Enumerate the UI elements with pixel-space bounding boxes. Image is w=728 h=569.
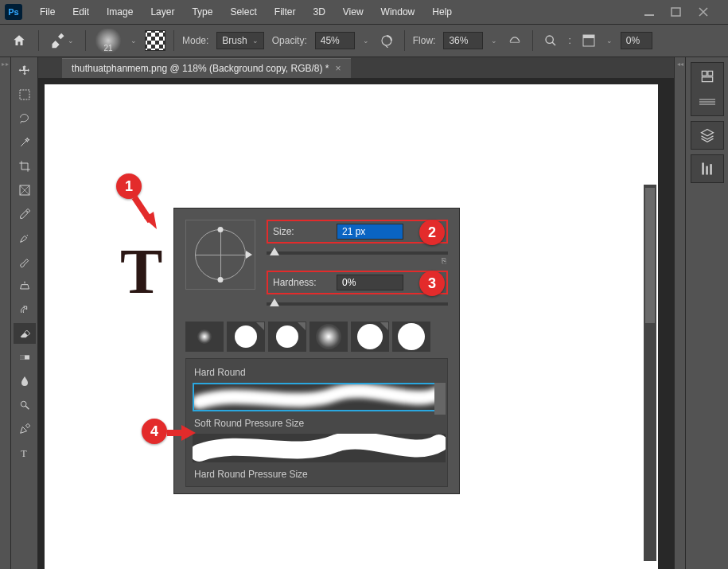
brush-list-item-label: Soft Round Pressure Size (193, 415, 446, 434)
panel-group-3 (691, 154, 724, 183)
marquee-tool[interactable] (14, 84, 36, 105)
menu-3d[interactable]: 3D (305, 2, 333, 21)
brush-list: Hard Round Soft Round Pressure Size Hard (185, 358, 448, 487)
mode-select[interactable]: Brush ⌄ (216, 32, 263, 49)
preset-soft-small[interactable] (185, 322, 224, 352)
chevron-down-icon[interactable]: ⌄ (130, 37, 137, 45)
svg-text:T: T (21, 448, 27, 459)
pen-tool[interactable] (14, 419, 36, 439)
move-tool[interactable] (14, 60, 36, 81)
lasso-tool[interactable] (14, 108, 36, 129)
svg-rect-19 (706, 166, 708, 175)
frame-tool[interactable] (14, 180, 36, 201)
window-controls (644, 6, 723, 18)
divider (532, 30, 533, 51)
crop-tool[interactable] (14, 156, 36, 177)
brush-angle-control[interactable] (185, 220, 255, 290)
hardness-label: Hardness: (273, 277, 329, 288)
gradient-tool[interactable] (14, 347, 36, 368)
preset-hard-pressure[interactable] (268, 322, 306, 352)
chevron-down-icon[interactable]: ⌄ (606, 37, 613, 45)
brush-preset-picker[interactable]: 21 (94, 29, 123, 53)
brush-list-item-label: Hard Round (193, 364, 446, 383)
divider (404, 30, 405, 51)
svg-point-4 (546, 36, 553, 43)
brush-size-input[interactable] (337, 224, 403, 240)
search-zoom-icon[interactable] (541, 31, 560, 50)
menu-image[interactable]: Image (99, 2, 141, 21)
preset-soft-large[interactable] (309, 322, 348, 352)
minimize-button[interactable] (644, 6, 655, 18)
brush-list-item-soft-round[interactable] (193, 383, 446, 411)
healing-brush-tool[interactable] (14, 228, 36, 248)
right-collapse-strip[interactable]: ◂◂ (674, 57, 685, 569)
mode-value: Brush (222, 35, 247, 46)
document-tab[interactable]: thuthuatphanmem.png @ 118% (Background c… (62, 58, 351, 78)
svg-line-5 (552, 42, 555, 45)
size-slider[interactable]: ⎘ (267, 251, 448, 255)
menu-window[interactable]: Window (373, 2, 423, 21)
app-logo: Ps (5, 4, 22, 20)
view-thumb-icon[interactable] (579, 31, 598, 50)
preset-hard-large[interactable] (392, 322, 430, 352)
options-bar: ⌄ 21 ⌄ Mode: Brush ⌄ Opacity: 45% ⌄ Flow… (0, 24, 728, 57)
left-collapse-strip[interactable]: ▸▸ (0, 57, 11, 569)
airbrush-toggle[interactable] (505, 31, 524, 50)
clone-stamp-tool[interactable] (14, 275, 36, 296)
adjustments-icon[interactable] (699, 160, 716, 177)
brush-settings-toggle[interactable] (145, 30, 165, 51)
menu-select[interactable]: Select (222, 2, 264, 21)
menu-view[interactable]: View (335, 2, 372, 21)
blur-tool[interactable] (14, 371, 36, 392)
tab-bar: thuthuatphanmem.png @ 118% (Background c… (38, 57, 674, 78)
brush-list-item-label: Hard Round Pressure Size (193, 466, 446, 485)
divider (85, 30, 86, 51)
grid-lines-icon[interactable] (699, 93, 716, 111)
menu-filter[interactable]: Filter (267, 2, 304, 21)
magic-wand-tool[interactable] (14, 132, 36, 153)
brush-size-number: 21 (103, 44, 112, 53)
annotation-arrow-1 (130, 194, 162, 234)
svg-rect-7 (583, 35, 594, 38)
brush-list-scrollbar[interactable] (434, 383, 446, 415)
tool-preset-picker[interactable]: ⌄ (47, 31, 77, 50)
type-tool[interactable]: T (14, 442, 36, 463)
hardness-slider[interactable] (267, 302, 448, 306)
svg-rect-8 (20, 90, 29, 99)
flip-icon[interactable]: ⎘ (442, 256, 446, 265)
close-button[interactable] (698, 6, 709, 18)
preset-hard-pressure-2[interactable] (351, 322, 389, 352)
layers-icon[interactable] (699, 127, 716, 144)
menu-help[interactable]: Help (424, 2, 460, 21)
history-brush-tool[interactable] (14, 299, 36, 320)
divider (38, 30, 39, 51)
brush-hardness-input[interactable] (337, 275, 403, 290)
chevron-down-icon[interactable]: ⌄ (363, 37, 369, 45)
flow-input[interactable]: 36% (443, 32, 483, 49)
chevron-down-icon[interactable]: ⌄ (491, 37, 497, 45)
menu-layer[interactable]: Layer (142, 2, 182, 21)
svg-rect-12 (20, 355, 25, 359)
opacity-pressure-toggle[interactable] (377, 31, 396, 50)
maximize-button[interactable] (671, 6, 682, 18)
tools-panel: T (11, 57, 38, 569)
libraries-icon[interactable] (699, 68, 716, 85)
preset-hard-small[interactable] (227, 322, 265, 352)
eraser-tool[interactable] (14, 323, 36, 344)
zoom-pct-input[interactable]: 0% (621, 32, 652, 49)
menu-file[interactable]: File (32, 2, 63, 21)
menu-bar: Ps File Edit Image Layer Type Select Fil… (0, 0, 728, 24)
document-area: thuthuatphanmem.png @ 118% (Background c… (38, 57, 674, 569)
eyedropper-tool[interactable] (14, 204, 36, 224)
canvas[interactable]: T 1 4 (45, 84, 658, 569)
menu-type[interactable]: Type (184, 2, 220, 21)
home-button[interactable] (8, 29, 30, 52)
dodge-tool[interactable] (14, 395, 36, 415)
opacity-input[interactable]: 45% (315, 32, 355, 49)
brush-preset-strip (185, 315, 448, 358)
tab-close-button[interactable]: × (335, 63, 341, 74)
brush-tool[interactable] (14, 251, 36, 272)
brush-list-item-hard-round-pressure[interactable] (193, 434, 446, 462)
menu-edit[interactable]: Edit (64, 2, 97, 21)
canvas-vertical-scrollbar[interactable] (644, 185, 656, 561)
